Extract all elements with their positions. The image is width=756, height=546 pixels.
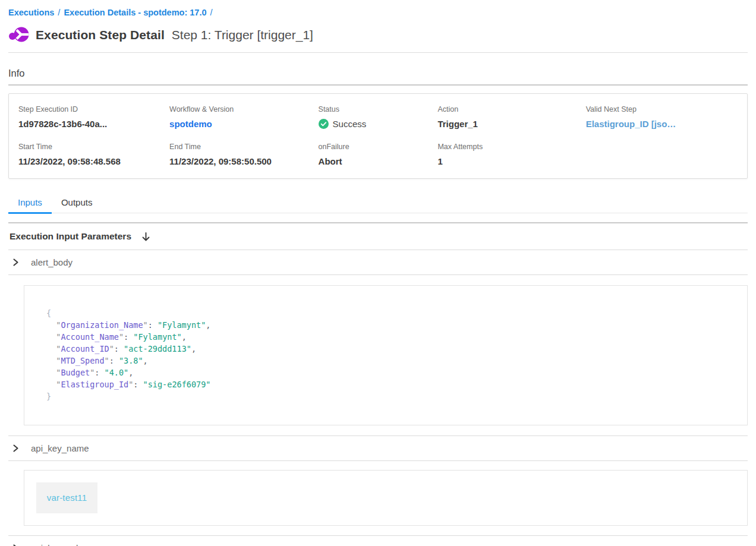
chevron-right-icon: [12, 258, 20, 266]
field-label: Max Attempts: [437, 143, 585, 151]
field-label: Step Execution ID: [18, 105, 169, 113]
param-label: api_key_value: [31, 543, 88, 546]
title-divider: [8, 52, 748, 53]
param-label: alert_body: [31, 257, 73, 267]
field-workflow-version: Workflow & Version spotdemo: [169, 105, 318, 129]
breadcrumb-separator: /: [58, 8, 60, 17]
field-start-time: Start Time 11/23/2022, 09:58:48.568: [18, 143, 169, 166]
field-action: Action Trigger_1: [437, 105, 585, 129]
field-value: 1d97828c-13b6-40a...: [18, 119, 169, 129]
status-text: Success: [333, 119, 367, 129]
next-step-link[interactable]: Elastigroup_ID [jso…: [586, 119, 738, 129]
param-row-api-key-value[interactable]: api_key_value: [8, 536, 748, 546]
field-label: Valid Next Step: [586, 105, 738, 113]
collapse-arrow-down-icon[interactable]: [141, 232, 151, 242]
info-divider: [8, 84, 748, 86]
execution-input-parameters-header: Execution Input Parameters: [8, 223, 748, 250]
field-label: Action: [437, 105, 585, 113]
field-label: onFailure: [319, 143, 438, 151]
workflow-link[interactable]: spotdemo: [169, 119, 318, 129]
breadcrumb: Executions/Execution Details - spotdemo:…: [8, 0, 748, 17]
section-title: Execution Input Parameters: [10, 231, 131, 242]
field-valid-next-step: Valid Next Step Elastigroup_ID [jso…: [586, 105, 738, 129]
field-label: Start Time: [18, 143, 169, 151]
tab-inputs[interactable]: Inputs: [8, 194, 52, 213]
field-step-execution-id: Step Execution ID 1d97828c-13b6-40a...: [18, 105, 169, 129]
fylamynt-logo-icon: [8, 26, 30, 44]
row-divider: [8, 274, 748, 275]
api-key-name-value-box: var-test11: [24, 470, 748, 526]
success-check-icon: [319, 119, 329, 129]
chevron-right-icon: [12, 444, 20, 452]
field-onfailure: onFailure Abort: [319, 143, 438, 166]
breadcrumb-link-execution-details[interactable]: Execution Details - spotdemo: 17.0: [64, 8, 206, 17]
page-header: Execution Step Detail Step 1: Trigger [t…: [8, 26, 748, 44]
field-max-attempts: Max Attempts 1: [437, 143, 585, 166]
row-divider: [8, 460, 748, 461]
alert-body-value-box: { "Organization_Name": "Fylamynt", "Acco…: [24, 285, 748, 425]
breadcrumb-link-executions[interactable]: Executions: [8, 8, 54, 17]
inputs-outputs-tabs: Inputs Outputs: [8, 194, 748, 213]
alert-body-json: { "Organization_Name": "Fylamynt", "Acco…: [46, 307, 735, 402]
info-section-heading: Info: [8, 68, 748, 79]
field-label: Status: [319, 105, 438, 113]
field-label: End Time: [169, 143, 318, 151]
field-value: 11/23/2022, 09:58:48.568: [18, 156, 169, 166]
page-subtitle: Step 1: Trigger [trigger_1]: [172, 28, 313, 42]
info-card: Step Execution ID 1d97828c-13b6-40a... W…: [8, 93, 748, 179]
field-value: Trigger_1: [437, 119, 585, 129]
field-value: Abort: [319, 156, 438, 166]
execution-step-detail-page: Executions/Execution Details - spotdemo:…: [0, 0, 756, 546]
breadcrumb-separator: /: [210, 8, 213, 17]
field-status: Status Success: [319, 105, 438, 129]
page-title: Execution Step Detail: [36, 28, 165, 42]
field-value: 11/23/2022, 09:58:50.500: [169, 156, 318, 166]
param-row-api-key-name[interactable]: api_key_name: [8, 436, 748, 460]
field-label: Workflow & Version: [169, 105, 318, 113]
tab-outputs[interactable]: Outputs: [52, 194, 102, 213]
param-label: api_key_name: [31, 443, 89, 453]
api-key-name-chip: var-test11: [36, 482, 97, 513]
field-end-time: End Time 11/23/2022, 09:58:50.500: [169, 143, 318, 166]
api-key-name-value: var-test11: [47, 493, 87, 503]
field-value: 1: [437, 156, 585, 166]
param-row-alert-body[interactable]: alert_body: [8, 250, 748, 274]
